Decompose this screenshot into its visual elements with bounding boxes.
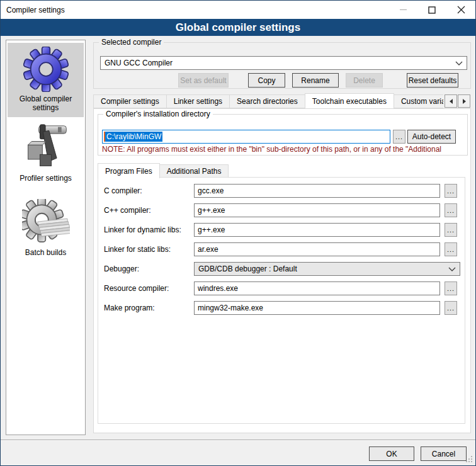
tab-compiler-settings[interactable]: Compiler settings — [93, 94, 167, 108]
static-linker-browse-button[interactable]: ... — [445, 242, 457, 256]
dynamic-linker-label: Linker for dynamic libs: — [104, 223, 181, 237]
footer-divider — [1, 440, 475, 441]
set-as-default-button[interactable]: Set as default — [178, 73, 229, 88]
make-program-input[interactable] — [194, 301, 440, 315]
c-compiler-input[interactable] — [194, 184, 440, 198]
tab-linker-settings[interactable]: Linker settings — [166, 94, 230, 108]
dynamic-linker-input[interactable] — [194, 223, 440, 237]
auto-detect-button[interactable]: Auto-detect — [407, 130, 456, 144]
debugger-label: Debugger: — [104, 262, 139, 276]
cancel-button[interactable]: Cancel — [421, 446, 467, 461]
subtab-additional-paths[interactable]: Additional Paths — [159, 164, 229, 178]
bin-subdirectory-note: NOTE: All programs must exist either in … — [102, 145, 462, 154]
sidebar-item-label: Batch builds — [25, 248, 66, 257]
make-program-label: Make program: — [104, 301, 155, 315]
program-files-tabstrip: Program Files Additional Paths — [98, 163, 229, 178]
directory-browse-button[interactable]: ... — [393, 130, 405, 144]
dialog-header: Global compiler settings — [1, 19, 475, 36]
static-linker-label: Linker for static libs: — [104, 242, 171, 256]
resource-compiler-input[interactable] — [194, 281, 440, 295]
debugger-dropdown[interactable]: GDB/CDB debugger : Default — [194, 262, 460, 276]
c-compiler-browse-button[interactable]: ... — [445, 184, 457, 198]
minimize-button[interactable] — [388, 1, 417, 19]
tab-search-directories[interactable]: Search directories — [229, 94, 305, 108]
installation-directory-value: C:\raylib\MinGW — [105, 132, 162, 142]
close-icon — [457, 6, 465, 14]
c-compiler-label: C compiler: — [104, 184, 142, 198]
selected-compiler-dropdown[interactable]: GNU GCC Compiler — [100, 56, 467, 70]
installation-directory-input[interactable]: C:\raylib\MinGW — [102, 130, 390, 144]
sidebar-item-profiler-settings[interactable]: Profiler settings — [8, 122, 84, 191]
triangle-right-icon — [463, 99, 466, 104]
toolchain-executables-page: Compiler's installation directory C:\ray… — [93, 108, 471, 433]
window-title: Compiler settings — [6, 6, 65, 14]
dynamic-linker-browse-button[interactable]: ... — [445, 223, 457, 237]
program-files-page: C compiler: ... C++ compiler: ... Linker… — [98, 177, 465, 424]
tab-scroll-arrows — [445, 94, 470, 108]
resize-grip[interactable] — [466, 456, 473, 463]
copy-button[interactable]: Copy — [248, 73, 285, 88]
triangle-left-icon — [450, 99, 453, 104]
static-linker-input[interactable] — [194, 242, 440, 256]
cpp-compiler-input[interactable] — [194, 203, 440, 217]
compiler-settings-dialog: Compiler settings Global compiler settin… — [0, 0, 476, 466]
resource-compiler-browse-button[interactable]: ... — [445, 281, 457, 295]
reset-defaults-button[interactable]: Reset defaults — [407, 73, 458, 88]
selected-compiler-legend: Selected compiler — [99, 38, 164, 47]
sidebar-item-label: Global compiler settings — [14, 94, 77, 112]
settings-sidebar: Global compiler settings Profiler settin… — [6, 40, 86, 435]
subtab-program-files[interactable]: Program Files — [98, 163, 160, 178]
sidebar-item-batch-builds[interactable]: Batch builds — [8, 199, 84, 264]
debugger-value: GDB/CDB debugger : Default — [198, 264, 448, 273]
sidebar-item-global-compiler-settings[interactable]: Global compiler settings — [8, 43, 84, 117]
tab-custom-variables[interactable]: Custom variables — [394, 94, 443, 108]
maximize-icon — [428, 6, 436, 14]
main-tabstrip: Compiler settings Linker settings Search… — [93, 93, 443, 108]
sidebar-item-label: Profiler settings — [20, 174, 72, 183]
chevron-down-icon — [448, 267, 456, 271]
chevron-down-icon — [455, 61, 463, 65]
window-controls — [388, 1, 475, 19]
dialog-header-title: Global compiler settings — [176, 21, 300, 34]
make-program-browse-button[interactable]: ... — [445, 301, 457, 315]
selected-compiler-value: GNU GCC Compiler — [105, 59, 455, 67]
cpp-compiler-browse-button[interactable]: ... — [445, 203, 457, 217]
blue-gear-icon — [23, 47, 69, 92]
rename-button[interactable]: Rename — [292, 73, 339, 88]
delete-button[interactable]: Delete — [346, 73, 383, 88]
installation-directory-legend: Compiler's installation directory — [103, 110, 213, 119]
caliper-icon — [22, 122, 70, 173]
close-button[interactable] — [446, 1, 475, 19]
ok-button[interactable]: OK — [369, 446, 414, 461]
tab-toolchain-executables[interactable]: Toolchain executables — [305, 93, 394, 108]
tab-scroll-right-button[interactable] — [458, 94, 470, 108]
maximize-button[interactable] — [417, 1, 446, 19]
minimize-icon — [400, 9, 407, 10]
tab-scroll-left-button[interactable] — [445, 94, 457, 108]
cpp-compiler-label: C++ compiler: — [104, 203, 151, 217]
resource-compiler-label: Resource compiler: — [104, 281, 169, 295]
gray-gear-stack-icon — [22, 199, 70, 247]
